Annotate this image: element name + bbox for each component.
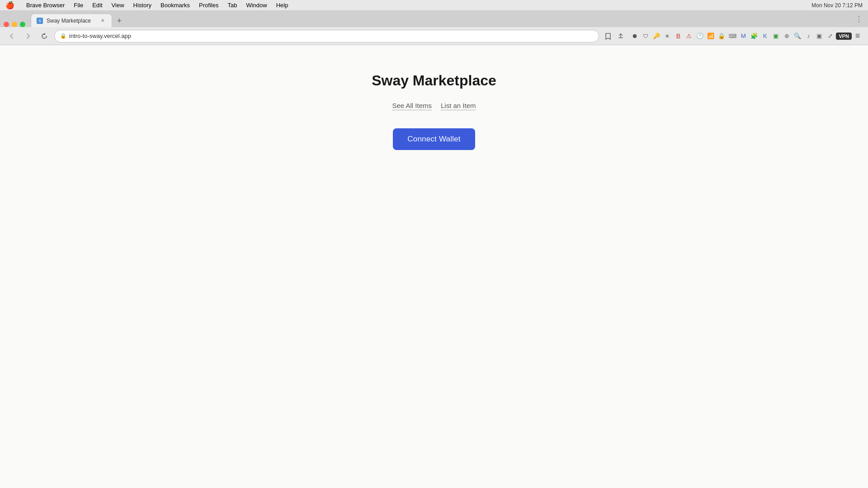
ext-metamask-icon[interactable]: M — [738, 31, 748, 41]
page-content: Sway Marketplace See All Items List an I… — [0, 45, 868, 488]
browser-chrome: S Sway Marketplace ✕ + ⋮ 🔒 intro-to-sway… — [0, 11, 868, 45]
share-button[interactable] — [615, 31, 626, 42]
ext-clock-icon[interactable]: 🕐 — [695, 31, 705, 41]
extension-icons: ⏺ 🛡 🔑 ★ B ⚠ 🕐 📶 🔒 ⌨ M 🧩 K ▣ ⊕ 🔍 ♪ ▣ ⤢ VP… — [630, 31, 863, 41]
ext-blue1-icon[interactable]: K — [760, 31, 770, 41]
tab-bar-expand-button[interactable]: ⋮ — [854, 13, 864, 25]
tab-favicon: S — [37, 18, 43, 24]
tab-bar: S Sway Marketplace ✕ + ⋮ — [0, 11, 868, 27]
ext-keyboard-icon[interactable]: ⌨ — [727, 31, 737, 41]
list-an-item-link[interactable]: List an Item — [441, 102, 476, 110]
ext-green-icon[interactable]: ▣ — [771, 31, 781, 41]
menu-bar-right: Mon Nov 20 7:12 PM — [811, 0, 863, 11]
ext-alert-icon[interactable]: ⚠ — [684, 31, 694, 41]
menu-bookmarks[interactable]: Bookmarks — [156, 2, 194, 9]
reload-button[interactable] — [38, 30, 51, 42]
window-controls — [4, 22, 25, 27]
ext-expand-icon[interactable]: ⤢ — [825, 31, 835, 41]
ext-search-icon[interactable]: 🔍 — [793, 31, 802, 41]
ext-lock2-icon[interactable]: 🔒 — [717, 31, 726, 41]
url-display: intro-to-sway.vercel.app — [69, 33, 131, 39]
ext-music-icon[interactable]: ♪ — [803, 31, 813, 41]
datetime-display: Mon Nov 20 7:12 PM — [811, 2, 863, 9]
ext-wifi-icon[interactable]: 📶 — [706, 31, 716, 41]
ext-box-icon[interactable]: ▣ — [814, 31, 824, 41]
menu-history[interactable]: History — [129, 2, 156, 9]
new-tab-button[interactable]: + — [113, 14, 126, 27]
page-title: Sway Marketplace — [372, 72, 496, 89]
menu-bar: 🍎 Brave Browser File Edit View History B… — [0, 0, 868, 11]
page-nav-links: See All Items List an Item — [392, 102, 476, 110]
menu-brave-browser[interactable]: Brave Browser — [22, 2, 69, 9]
ext-recording-icon[interactable]: ⏺ — [630, 31, 640, 41]
back-button[interactable] — [5, 30, 18, 42]
menu-edit[interactable]: Edit — [88, 2, 107, 9]
menu-file[interactable]: File — [69, 2, 88, 9]
maximize-window-dot[interactable] — [20, 22, 25, 27]
ext-puzzle-icon[interactable]: 🧩 — [749, 31, 759, 41]
address-bar[interactable]: 🔒 intro-to-sway.vercel.app — [54, 30, 599, 42]
ext-star-icon[interactable]: ★ — [662, 31, 672, 41]
connect-wallet-button[interactable]: Connect Wallet — [393, 128, 475, 150]
menu-window[interactable]: Window — [241, 2, 271, 9]
minimize-window-dot[interactable] — [12, 22, 17, 27]
menu-profiles[interactable]: Profiles — [194, 2, 223, 9]
ext-shield-icon[interactable]: 🛡 — [641, 31, 651, 41]
apple-menu[interactable]: 🍎 — [5, 1, 14, 9]
ext-brave-icon[interactable]: B — [673, 31, 683, 41]
ext-key-icon[interactable]: 🔑 — [651, 31, 661, 41]
nav-bar-actions — [603, 31, 626, 42]
see-all-items-link[interactable]: See All Items — [392, 102, 432, 110]
tab-bar-right-controls: ⋮ — [854, 13, 864, 27]
menu-view[interactable]: View — [107, 2, 129, 9]
ext-circle-icon[interactable]: ⊕ — [782, 31, 792, 41]
bookmark-button[interactable] — [603, 31, 613, 42]
nav-bar: 🔒 intro-to-sway.vercel.app ⏺ 🛡 🔑 ★ B ⚠ 🕐… — [0, 27, 868, 45]
menu-tab[interactable]: Tab — [223, 2, 241, 9]
tab-close-button[interactable]: ✕ — [99, 17, 106, 24]
nav-menu-button[interactable]: ≡ — [853, 31, 863, 41]
tab-title: Sway Marketplace — [47, 18, 95, 24]
active-tab[interactable]: S Sway Marketplace ✕ — [31, 14, 112, 27]
vpn-badge[interactable]: VPN — [836, 33, 852, 40]
forward-button[interactable] — [22, 30, 34, 42]
lock-icon: 🔒 — [60, 33, 66, 39]
close-window-dot[interactable] — [4, 22, 9, 27]
menu-help[interactable]: Help — [272, 2, 293, 9]
